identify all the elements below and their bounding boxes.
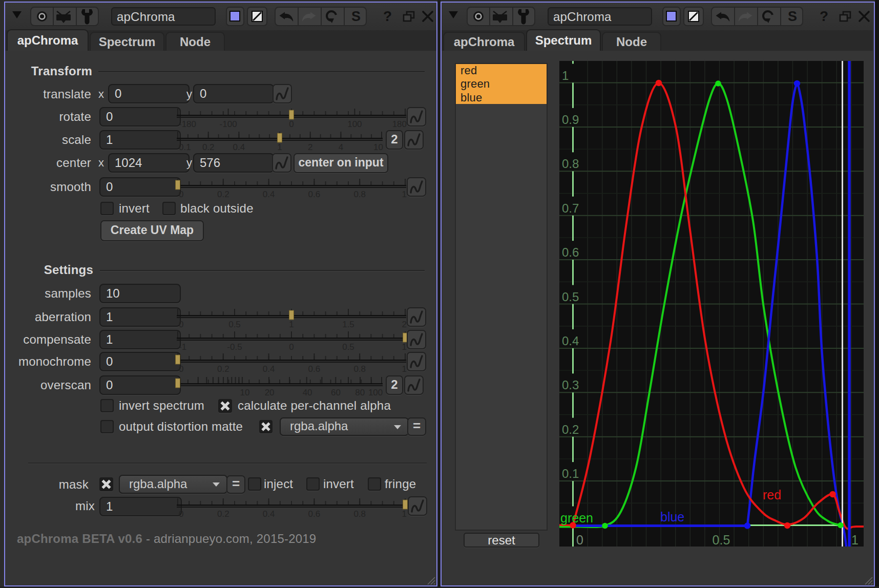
svg-text:1: 1 <box>402 342 407 352</box>
svg-text:0.1: 0.1 <box>179 142 191 152</box>
svg-text:0: 0 <box>289 342 294 352</box>
svg-text:0.6: 0.6 <box>308 509 321 519</box>
svg-text:-1: -1 <box>179 342 186 352</box>
svg-text:-100: -100 <box>220 119 237 129</box>
svg-text:red: red <box>763 488 781 502</box>
svg-text:0.5: 0.5 <box>713 533 730 547</box>
svg-text:1: 1 <box>402 509 407 519</box>
svg-text:blue: blue <box>660 510 684 524</box>
svg-text:0.8: 0.8 <box>353 509 366 519</box>
svg-text:0: 0 <box>289 119 294 129</box>
svg-text:0.4: 0.4 <box>263 190 275 199</box>
svg-text:0.5: 0.5 <box>562 290 579 304</box>
svg-text:10: 10 <box>373 142 383 152</box>
svg-text:0.5: 0.5 <box>342 342 354 352</box>
svg-text:0.2: 0.2 <box>217 364 229 374</box>
svg-text:0.1: 0.1 <box>562 467 579 480</box>
svg-text:2: 2 <box>402 320 407 329</box>
svg-text:0: 0 <box>576 533 583 547</box>
svg-text:0: 0 <box>179 320 183 329</box>
svg-text:4: 4 <box>339 142 343 152</box>
svg-text:0.6: 0.6 <box>308 190 321 199</box>
svg-text:2: 2 <box>308 142 312 152</box>
svg-text:0.6: 0.6 <box>562 245 579 259</box>
svg-text:180: 180 <box>392 119 407 129</box>
svg-text:0.6: 0.6 <box>308 364 321 374</box>
svg-text:0.8: 0.8 <box>562 157 579 171</box>
svg-text:1.5: 1.5 <box>342 320 354 329</box>
svg-text:1: 1 <box>289 320 294 329</box>
svg-text:0.2: 0.2 <box>202 142 215 152</box>
svg-text:0: 0 <box>179 364 183 374</box>
svg-text:0.4: 0.4 <box>233 142 245 152</box>
svg-text:0.4: 0.4 <box>263 364 275 374</box>
svg-text:0.9: 0.9 <box>562 113 579 127</box>
svg-text:0.2: 0.2 <box>562 423 579 436</box>
svg-text:0.8: 0.8 <box>353 190 366 199</box>
svg-text:0.8: 0.8 <box>353 364 366 374</box>
svg-text:0.5: 0.5 <box>228 320 241 329</box>
svg-text:1: 1 <box>562 69 569 82</box>
svg-text:100: 100 <box>347 119 362 129</box>
svg-text:1: 1 <box>851 533 859 547</box>
svg-text:0.2: 0.2 <box>217 509 229 519</box>
svg-text:0.4: 0.4 <box>263 509 275 519</box>
svg-text:0: 0 <box>179 509 183 519</box>
svg-text:green: green <box>560 511 593 525</box>
svg-text:-180: -180 <box>179 119 196 129</box>
svg-text:1: 1 <box>402 190 407 199</box>
svg-text:1: 1 <box>402 364 407 374</box>
svg-text:0.3: 0.3 <box>562 378 579 392</box>
svg-text:0.4: 0.4 <box>562 334 579 348</box>
svg-text:-0.5: -0.5 <box>227 342 242 352</box>
svg-text:0.7: 0.7 <box>562 201 579 215</box>
svg-text:1: 1 <box>277 142 282 152</box>
